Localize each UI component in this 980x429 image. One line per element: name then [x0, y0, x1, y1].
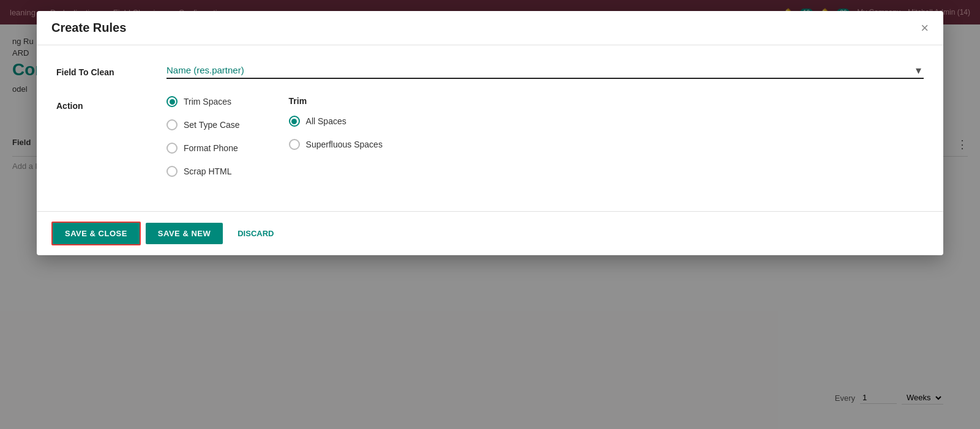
radio-format-phone-indicator [166, 143, 178, 154]
action-row: Action Trim Spaces Set Type Case [56, 96, 924, 177]
radio-format-phone[interactable]: Format Phone [166, 143, 240, 154]
action-radio-group: Trim Spaces Set Type Case Format Phone [166, 96, 240, 177]
field-select-wrapper: Name (res.partner) ▾ [166, 62, 924, 79]
modal-header: Create Rules × [37, 11, 943, 45]
radio-set-type-case[interactable]: Set Type Case [166, 119, 240, 130]
action-columns: Trim Spaces Set Type Case Format Phone [166, 96, 924, 177]
modal-body: Field To Clean Name (res.partner) ▾ Acti… [37, 45, 943, 211]
save-new-button[interactable]: SAVE & NEW [146, 223, 223, 244]
save-close-button[interactable]: SAVE & CLOSE [51, 222, 141, 245]
modal-close-button[interactable]: × [921, 21, 929, 35]
radio-set-type-case-label: Set Type Case [184, 120, 240, 130]
field-to-clean-label: Field To Clean [56, 62, 166, 77]
radio-scrap-html-label: Scrap HTML [184, 166, 232, 176]
action-control: Trim Spaces Set Type Case Format Phone [166, 96, 924, 177]
radio-superfluous-spaces-label: Superfluous Spaces [306, 140, 383, 149]
radio-set-type-case-indicator [166, 119, 178, 130]
trim-section: Trim All Spaces Superfluous Spaces [289, 96, 383, 150]
create-rules-modal: Create Rules × Field To Clean Name (res.… [37, 11, 943, 255]
action-label: Action [56, 96, 166, 111]
field-to-clean-select[interactable]: Name (res.partner) [166, 62, 924, 78]
field-to-clean-control: Name (res.partner) ▾ [166, 62, 924, 79]
radio-all-spaces[interactable]: All Spaces [289, 116, 383, 127]
discard-button[interactable]: DISCARD [228, 223, 283, 244]
radio-scrap-html[interactable]: Scrap HTML [166, 166, 240, 177]
radio-trim-spaces[interactable]: Trim Spaces [166, 96, 240, 107]
radio-format-phone-label: Format Phone [184, 143, 238, 153]
modal-title: Create Rules [51, 21, 126, 35]
radio-all-spaces-label: All Spaces [306, 116, 346, 126]
radio-scrap-html-indicator [166, 166, 178, 177]
field-to-clean-row: Field To Clean Name (res.partner) ▾ [56, 62, 924, 79]
radio-superfluous-spaces-indicator [289, 139, 300, 150]
radio-all-spaces-indicator [289, 116, 300, 127]
trim-options: All Spaces Superfluous Spaces [289, 116, 383, 150]
trim-header: Trim [289, 96, 383, 106]
radio-trim-spaces-label: Trim Spaces [184, 97, 231, 106]
radio-superfluous-spaces[interactable]: Superfluous Spaces [289, 139, 383, 150]
radio-trim-spaces-indicator [166, 96, 178, 107]
modal-footer: SAVE & CLOSE SAVE & NEW DISCARD [37, 211, 943, 255]
